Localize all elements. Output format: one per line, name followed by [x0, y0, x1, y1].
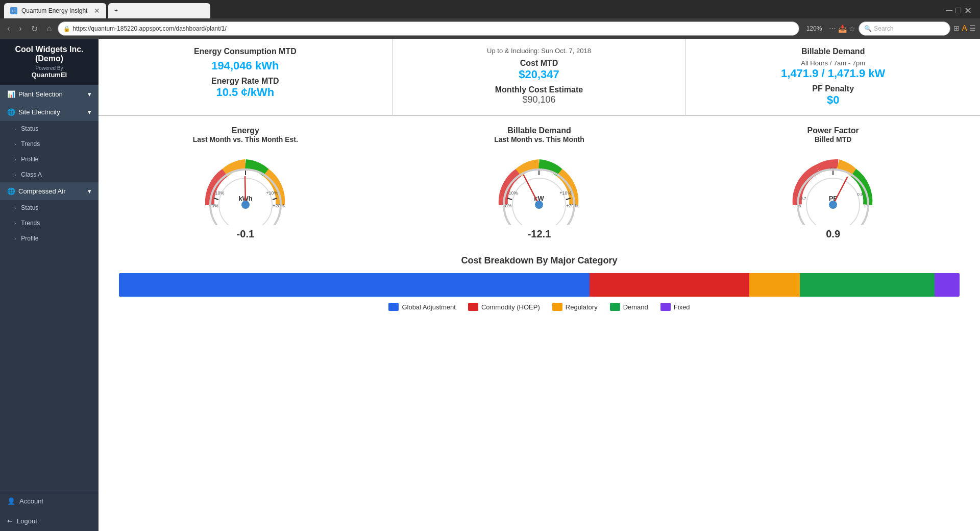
user-icon: 👤: [7, 497, 15, 505]
pf-gauge-svg: 0.8 0.7 0.6 0.9 1.0 PF: [787, 149, 879, 225]
cost-bar-segment-regulatory: [749, 273, 800, 297]
compressed-air-label: Compressed Air: [18, 187, 65, 195]
sidebar-section-plant-selection: 📊 Plant Selection ▾: [0, 85, 99, 103]
search-placeholder: Search: [874, 25, 893, 32]
sidebar-section-compressed-air: 🌐 Compressed Air ▾ › Status › Trends › P…: [0, 182, 99, 246]
profile-arrow-icon: ›: [14, 157, 16, 162]
window-minimize-button[interactable]: ─: [946, 5, 952, 16]
status-arrow-icon: ›: [14, 126, 16, 132]
sidebar-section-site-electricity: 🌐 Site Electricity ▾ › Status › Trends ›…: [0, 103, 99, 182]
window-close-button[interactable]: ✕: [964, 5, 972, 16]
tab-bar: Q Quantum Energy Insight ✕ + ─ □ ✕: [0, 0, 980, 18]
energy-rate-label: Energy Rate MTD: [109, 77, 382, 86]
legend-item-global-adjustment: Global Adjustment: [388, 303, 456, 311]
sidebar-item-trends-label: Trends: [21, 140, 40, 148]
svg-text:-10%: -10%: [213, 190, 224, 196]
sidebar-item-ca-trends-label: Trends: [21, 220, 40, 227]
extensions-icon[interactable]: ⊞: [953, 24, 960, 33]
legend-label: Commodity (HOEP): [481, 303, 540, 311]
legend-color-box: [468, 303, 478, 311]
home-button[interactable]: ⌂: [44, 22, 55, 35]
legend-item-demand: Demand: [610, 303, 648, 311]
legend-item-regulatory: Regulatory: [552, 303, 598, 311]
demand-gauge-subtitle: Last Month vs. This Month: [494, 135, 584, 143]
pf-penalty-value: $0: [696, 93, 970, 107]
svg-point-22: [535, 201, 543, 209]
security-lock-icon: 🔒: [63, 26, 70, 32]
browser-toolbar: ‹ › ↻ ⌂ 🔒 https://quantum-185220.appspot…: [0, 18, 980, 39]
legend-color-box: [388, 303, 399, 311]
active-tab[interactable]: Q Quantum Energy Insight ✕: [4, 3, 106, 18]
cost-bar-segment-fixed: [935, 273, 960, 297]
address-bar[interactable]: 🔒 https://quantum-185220.appspot.com/das…: [58, 21, 799, 36]
bookmark-icon[interactable]: ☆: [849, 25, 855, 33]
forward-button[interactable]: ›: [16, 22, 24, 35]
gauge-section: Energy Last Month vs. This Month Est.: [99, 116, 980, 245]
svg-text:+10%: +10%: [266, 190, 278, 196]
sidebar-item-class-a[interactable]: › Class A: [0, 167, 99, 182]
svg-text:-20%: -20%: [501, 203, 512, 208]
legend-label: Demand: [623, 303, 648, 311]
site-electricity-chevron: ▾: [88, 108, 91, 116]
compressed-air-header[interactable]: 🌐 Compressed Air ▾: [0, 182, 99, 200]
sidebar-item-ca-profile-label: Profile: [21, 235, 38, 242]
sidebar-item-ca-trends[interactable]: › Trends: [0, 215, 99, 231]
ca-status-arrow-icon: ›: [14, 205, 16, 211]
more-options-icon[interactable]: ⋯: [829, 25, 836, 33]
sidebar-item-profile[interactable]: › Profile: [0, 152, 99, 167]
browser-chrome: Q Quantum Energy Insight ✕ + ─ □ ✕ ‹ › ↻…: [0, 0, 980, 39]
sidebar-item-ca-profile[interactable]: › Profile: [0, 231, 99, 246]
sidebar-bottom: 👤 Account ↩ Logout: [0, 491, 99, 531]
pf-gauge-title: Power Factor: [807, 126, 859, 135]
site-electricity-label: Site Electricity: [18, 108, 60, 116]
legend-item-commodity-(hoep): Commodity (HOEP): [468, 303, 540, 311]
pf-penalty-label: PF Penalty: [696, 84, 970, 93]
energy-gauge-title: Energy: [232, 126, 259, 135]
cost-bar-segment-demand: [800, 273, 935, 297]
sidebar-item-ca-status[interactable]: › Status: [0, 200, 99, 215]
search-bar[interactable]: 🔍 Search: [859, 21, 950, 36]
pf-gauge-subtitle: Billed MTD: [815, 135, 851, 143]
demand-gauge-svg: -10% +10% -20% +20% kW: [493, 149, 585, 225]
tab-favicon: Q: [10, 7, 17, 14]
plant-selection-label: Plant Selection: [18, 90, 63, 98]
svg-text:0.7: 0.7: [801, 196, 807, 201]
new-tab-button[interactable]: +: [108, 3, 210, 18]
search-icon: 🔍: [864, 25, 872, 32]
legend-label: Global Adjustment: [402, 303, 456, 311]
svg-point-33: [829, 201, 837, 209]
site-electricity-header[interactable]: 🌐 Site Electricity ▾: [0, 103, 99, 121]
brand-name: QuantumEI: [6, 71, 92, 79]
legend-color-box: [660, 303, 671, 311]
stats-cell-cost: Up to & Including: Sun Oct. 7, 2018 Cost…: [393, 39, 687, 115]
billable-demand-title: Billable Demand: [696, 47, 970, 56]
account-item[interactable]: 👤 Account: [0, 491, 99, 511]
legend-color-box: [552, 303, 562, 311]
window-maximize-button[interactable]: □: [955, 5, 961, 16]
sidebar-header: Cool Widgets Inc. (Demo) Powered By Quan…: [0, 39, 99, 85]
tab-close-button[interactable]: ✕: [94, 7, 100, 15]
menu-icon[interactable]: ☰: [969, 24, 976, 33]
logout-item[interactable]: ↩ Logout: [0, 511, 99, 531]
svg-text:-10%: -10%: [507, 190, 518, 196]
plant-selection-header[interactable]: 📊 Plant Selection ▾: [0, 85, 99, 103]
back-button[interactable]: ‹: [4, 22, 13, 35]
cost-breakdown-bar: [119, 273, 960, 297]
addons-icon[interactable]: A: [962, 24, 967, 33]
company-suffix: (Demo): [6, 54, 92, 63]
cost-mtd-label: Cost MTD: [403, 59, 676, 68]
svg-line-9: [245, 177, 246, 205]
reload-button[interactable]: ↻: [28, 22, 41, 36]
pf-gauge-container: Power Factor Billed MTD 0.8 0.7 0.6 0.9 …: [686, 126, 980, 240]
sidebar-item-trends[interactable]: › Trends: [0, 136, 99, 152]
class-a-arrow-icon: ›: [14, 172, 16, 178]
energy-consumption-title: Energy Consumption MTD: [109, 47, 382, 56]
tab-title: Quantum Energy Insight: [21, 7, 87, 14]
legend-item-fixed: Fixed: [660, 303, 690, 311]
pocket-icon[interactable]: 📥: [838, 25, 847, 33]
compressed-air-chevron: ▾: [88, 187, 91, 195]
sidebar-item-status[interactable]: › Status: [0, 121, 99, 136]
demand-gauge-container: Billable Demand Last Month vs. This Mont…: [393, 126, 687, 240]
energy-gauge-container: Energy Last Month vs. This Month Est.: [99, 126, 393, 240]
chart-icon: 📊: [7, 90, 15, 98]
